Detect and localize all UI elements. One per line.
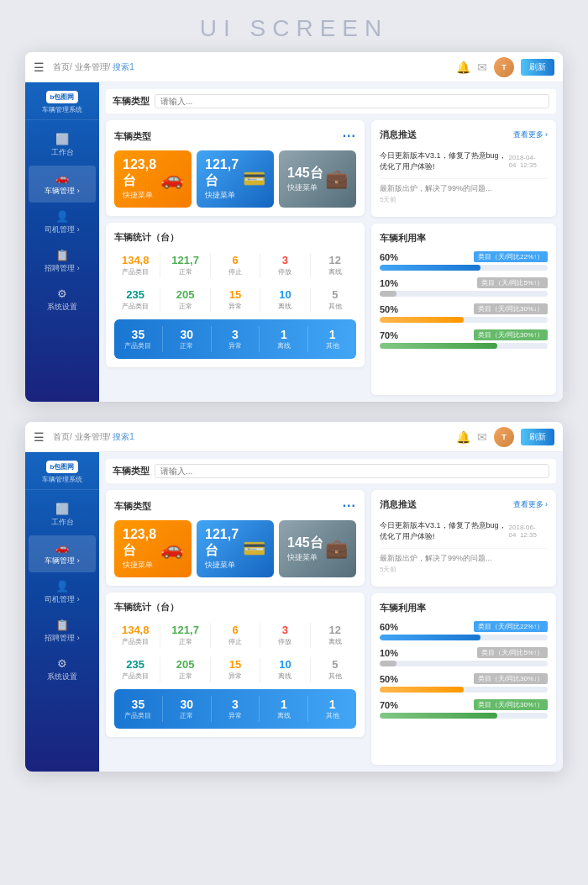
- blue-stat-value-1: 35: [118, 328, 159, 341]
- util-bar-bg-2-2: [380, 661, 548, 666]
- stat-item-1-5: 12 离线: [314, 250, 356, 280]
- blue-stat-3: 3 异常: [212, 326, 260, 352]
- workbench-label-2: 工作台: [51, 517, 74, 528]
- msg-item-2-2: 最新版出炉，解决了99%的问题... 5天前: [380, 549, 548, 578]
- bell-icon[interactable]: 🔔: [456, 61, 470, 74]
- vehicle-type-row-2: 123,8台 快捷菜单 🚗 121,7台 快捷菜单 💳: [114, 520, 356, 577]
- stat-val-a4: 3: [265, 624, 304, 636]
- util-row-3-header: 50% 类目（天/同比30%↓）: [380, 303, 548, 314]
- mail-icon[interactable]: ✉: [477, 61, 487, 74]
- vehicle-label-2: 快捷菜单: [205, 190, 243, 201]
- util-row-2-1: 60% 类目（天/同比22%↑）: [380, 621, 548, 640]
- page-title: UI SCREEN: [0, 0, 588, 52]
- search-input-2[interactable]: [155, 464, 549, 478]
- blue-stat-label-2: 正常: [166, 341, 207, 350]
- workbench-icon: ⬜: [55, 133, 69, 145]
- stat-div-7: [260, 287, 260, 313]
- sidebar-item-recruit-2[interactable]: 📋 招聘管理 ›: [29, 613, 96, 650]
- msg-item-1: 今日更新版本V3.1，修复了热意bug，优化了用户体验! 2018-04-04 …: [380, 146, 548, 179]
- vehicle-card-blue-2: 121,7台 快捷菜单 💳: [197, 520, 274, 577]
- top-bar-right: 🔔 ✉ T 刷新: [456, 57, 554, 77]
- blue-val-c1: 35: [118, 698, 159, 711]
- stat-label-1-2: 正常: [165, 267, 204, 277]
- stat-div-b4: [310, 657, 311, 682]
- stat-item-2-1: 235 产品类目: [114, 285, 156, 314]
- msg-more-link-2[interactable]: 查看更多 ›: [513, 499, 549, 510]
- sidebar-item-settings-2[interactable]: ⚙ 系统设置: [29, 651, 96, 688]
- stat-item-a4: 3 停放: [264, 620, 306, 650]
- stat-item-b1: 235 产品类目: [114, 655, 156, 684]
- menu-icon[interactable]: ☰: [34, 61, 45, 74]
- stat-lbl-a2: 正常: [165, 637, 204, 646]
- mail-icon-2[interactable]: ✉: [477, 430, 487, 444]
- stat-val-a3: 6: [216, 624, 255, 636]
- stat-lbl-b3: 异常: [216, 672, 255, 681]
- vehicle-count-1-2: 123,8台: [123, 527, 160, 560]
- vehicle-count-3-2: 145台: [287, 535, 323, 552]
- stat-lbl-b4: 离线: [265, 672, 304, 681]
- stat-div-6: [210, 287, 211, 313]
- vehicle-stats-title-2: 车辆统计（台）: [114, 601, 356, 614]
- logo-badge-2: b包图网: [46, 461, 79, 473]
- util-bar-fill-3: [380, 317, 464, 323]
- vehicle-card-info-2: 121,7台 快捷菜单: [205, 157, 243, 201]
- sidebar-item-drivers[interactable]: 👤 司机管理 ›: [29, 204, 96, 241]
- drivers-icon-2: 👤: [55, 580, 69, 593]
- vehicle-label-1: 快捷菜单: [123, 190, 160, 201]
- stat-div-b3: [260, 657, 260, 682]
- search-input[interactable]: [155, 94, 549, 108]
- stat-lbl-b5: 其他: [316, 672, 354, 681]
- blue-lbl-c1: 产品类目: [118, 711, 159, 720]
- refresh-button[interactable]: 刷新: [521, 59, 554, 76]
- sidebar-item-settings[interactable]: ⚙ 系统设置: [29, 282, 96, 319]
- msg-header: 消息推送 查看更多 ›: [380, 129, 548, 141]
- vehicle-card-info-3-2: 145台 快捷菜单: [287, 535, 323, 563]
- stats-row-1-2: 134,8 产品类目 121,7 正常 6 停止: [114, 620, 356, 650]
- msg-item-2-1-date: 2018-06-04 12:35: [509, 524, 548, 539]
- sidebar-item-recruit[interactable]: 📋 招聘管理 ›: [29, 243, 96, 280]
- bell-icon-2[interactable]: 🔔: [456, 430, 470, 444]
- sidebar-item-workbench[interactable]: ⬜ 工作台: [29, 127, 96, 164]
- main-layout: b包图网 车辆管理系统 ⬜ 工作台 🚗 车辆管理 › 👤 司机管理 › 📋: [25, 82, 563, 402]
- util-row-1: 60% 类目（天/同比22%↑）: [380, 251, 548, 271]
- recruit-label-2: 招聘管理 ›: [45, 633, 80, 644]
- blue-lbl-c5: 其他: [312, 711, 353, 720]
- stat-val-a2: 121,7: [165, 624, 204, 636]
- blue-stat-value-4: 1: [263, 328, 304, 341]
- stat-item-1-1: 134,8 产品类目: [114, 250, 156, 280]
- settings-label: 系统设置: [47, 302, 77, 313]
- sidebar-item-drivers-2[interactable]: 👤 司机管理 ›: [29, 574, 96, 611]
- util-bar-bg-2-1: [380, 635, 548, 640]
- sidebar-item-vehicles[interactable]: 🚗 车辆管理 ›: [29, 166, 96, 203]
- stat-label-1-3: 停止: [216, 267, 255, 277]
- stat-label-2-4: 离线: [265, 302, 304, 311]
- util-row-2-2-header: 10% 类目（天/同比5%↑）: [380, 647, 548, 658]
- stat-label-2-3: 异常: [216, 302, 255, 311]
- stat-label-2-1: 产品类目: [116, 302, 155, 311]
- top-bar-2: ☰ 首页/ 业务管理/ 搜索1 🔔 ✉ T 刷新: [25, 422, 563, 452]
- wallet-icon: 💼: [325, 168, 348, 190]
- stat-label-1-1: 产品类目: [116, 267, 155, 277]
- sidebar: b包图网 车辆管理系统 ⬜ 工作台 🚗 车辆管理 › 👤 司机管理 › 📋: [25, 82, 99, 402]
- msg-more-link[interactable]: 查看更多 ›: [513, 129, 549, 140]
- refresh-button-2[interactable]: 刷新: [521, 429, 554, 445]
- util-bar-fill-2-3: [380, 687, 464, 693]
- util-row-2-4: 70% 类目（天/同比30%↑）: [380, 699, 548, 719]
- menu-icon-2[interactable]: ☰: [34, 430, 45, 444]
- content-body-2: 车辆类型 ··· 123,8台 快捷菜单 🚗: [106, 490, 556, 765]
- stat-item-1-4: 3 停放: [264, 250, 306, 280]
- top-bar: ☰ 首页/ 业务管理/ 搜索1 🔔 ✉ T 刷新: [25, 52, 563, 82]
- car-icon: 🚗: [160, 168, 183, 190]
- stat-value-2-4: 10: [265, 288, 304, 301]
- blue-val-c3: 3: [215, 698, 256, 711]
- content-header-title-2: 车辆类型: [113, 465, 150, 477]
- util-row-2-4-header: 70% 类目（天/同比30%↑）: [380, 699, 548, 710]
- blue-stat-2: 30 正常: [163, 326, 212, 352]
- blue-stat-c4: 1 离线: [260, 696, 308, 722]
- sidebar-item-vehicles-2[interactable]: 🚗 车辆管理 ›: [29, 535, 96, 572]
- sidebar-item-workbench-2[interactable]: ⬜ 工作台: [29, 497, 96, 534]
- content-header-title: 车辆类型: [113, 95, 150, 108]
- msg-item-2-footer: 5天前: [380, 195, 548, 204]
- stat-item-a1: 134,8 产品类目: [114, 620, 156, 650]
- breadcrumb: 首页/ 业务管理/ 搜索1: [53, 61, 134, 73]
